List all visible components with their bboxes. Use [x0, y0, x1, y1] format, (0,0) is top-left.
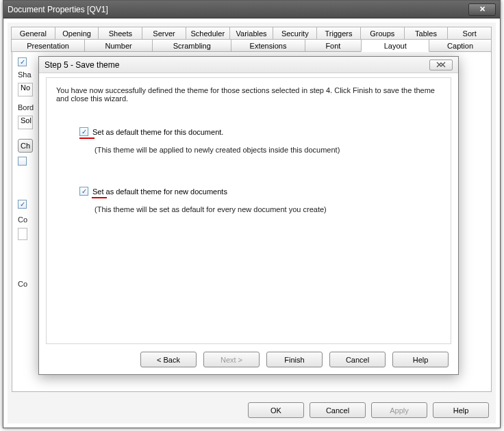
option2-label: Set as default theme for new documents: [92, 187, 227, 196]
red-underline-icon: [79, 138, 94, 139]
tab-caption[interactable]: Caption: [429, 39, 492, 52]
tab-server[interactable]: Server: [142, 27, 186, 40]
border-field[interactable]: Sol: [18, 116, 33, 129]
layout-checkbox-row: ✓: [18, 57, 27, 66]
co-label: Co: [18, 216, 27, 224]
ch-button[interactable]: Ch: [18, 139, 33, 153]
tab-groups[interactable]: Groups: [360, 27, 405, 40]
ok-button[interactable]: OK: [248, 402, 304, 418]
co-field[interactable]: [18, 228, 27, 240]
finish-button[interactable]: Finish: [266, 352, 323, 367]
red-underline-icon: [92, 197, 107, 198]
tab-scrambling[interactable]: Scrambling: [152, 39, 231, 52]
apply-button[interactable]: Apply: [371, 402, 427, 418]
tab-font[interactable]: Font: [305, 39, 362, 52]
checkbox-icon[interactable]: ✓: [18, 57, 27, 66]
layout-checkbox-row2: ✓: [18, 200, 27, 209]
option1-label: Set as default theme for this document.: [92, 128, 223, 136]
tab-sort[interactable]: Sort: [447, 27, 492, 40]
border-label: Bord: [18, 103, 34, 112]
shadow-field[interactable]: No: [18, 83, 33, 96]
empty-checkbox[interactable]: ✓: [18, 157, 27, 166]
wizard-button-row: < Back Next > Finish Cancel Help: [140, 352, 449, 367]
tab-triggers[interactable]: Triggers: [316, 27, 361, 40]
close-icon[interactable]: ✕: [468, 3, 496, 16]
next-button: Next >: [203, 352, 260, 367]
tab-extensions[interactable]: Extensions: [231, 39, 305, 52]
shadow-label: Sha: [18, 70, 32, 79]
wizard-titlebar[interactable]: Step 5 - Save theme: [39, 57, 458, 73]
option-default-this-doc: ✓ Set as default theme for this document…: [79, 127, 441, 154]
window-title: Document Properties [QV1]: [8, 5, 468, 14]
checkbox-icon[interactable]: ✓: [18, 200, 27, 209]
checkbox-default-this-doc[interactable]: ✓: [79, 127, 88, 136]
wizard-close-icon[interactable]: [429, 60, 453, 70]
tab-layout[interactable]: Layout: [361, 39, 429, 52]
tab-opening[interactable]: Opening: [55, 27, 99, 40]
tab-row-2: Presentation Number Scrambling Extension…: [12, 39, 492, 52]
wizard-help-button[interactable]: Help: [392, 352, 449, 367]
co2-label: Co: [18, 280, 27, 288]
save-theme-wizard: Step 5 - Save theme You have now success…: [38, 56, 459, 375]
tab-variables[interactable]: Variables: [229, 27, 274, 40]
wizard-intro-text: You have now successfully defined the th…: [56, 86, 441, 103]
wizard-cancel-button[interactable]: Cancel: [329, 352, 386, 367]
tab-presentation[interactable]: Presentation: [11, 39, 85, 52]
tab-sheets[interactable]: Sheets: [98, 27, 142, 40]
help-button[interactable]: Help: [433, 402, 489, 418]
tab-strip: General Opening Sheets Server Scheduler …: [8, 23, 496, 52]
option1-hint: (This theme will be applied to newly cre…: [94, 146, 441, 154]
option2-hint: (This theme will be set as default for e…: [94, 205, 441, 213]
tab-security[interactable]: Security: [273, 27, 317, 40]
tab-number[interactable]: Number: [84, 39, 153, 52]
tab-scheduler[interactable]: Scheduler: [186, 27, 230, 40]
titlebar[interactable]: Document Properties [QV1] ✕: [3, 1, 500, 18]
cancel-button[interactable]: Cancel: [310, 402, 366, 418]
tab-tables[interactable]: Tables: [404, 27, 449, 40]
tab-row-1: General Opening Sheets Server Scheduler …: [12, 27, 492, 40]
option-default-new-docs: ✓ Set as default theme for new documents…: [79, 187, 441, 213]
tab-general[interactable]: General: [11, 27, 55, 40]
dialog-button-row: OK Cancel Apply Help: [248, 402, 489, 418]
back-button[interactable]: < Back: [140, 352, 197, 367]
wizard-title: Step 5 - Save theme: [45, 60, 119, 70]
wizard-body: You have now successfully defined the th…: [46, 77, 451, 344]
checkbox-default-new-docs[interactable]: ✓: [79, 187, 88, 196]
